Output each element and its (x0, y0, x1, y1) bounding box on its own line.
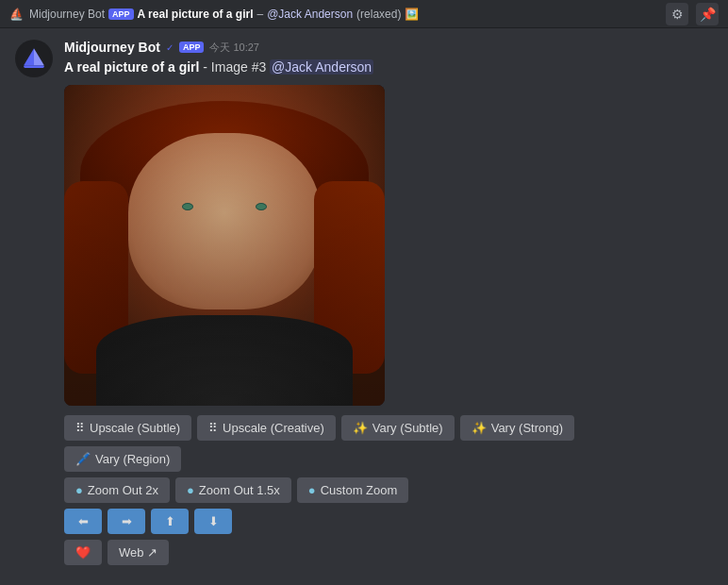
arrow-down-button[interactable]: ⬇ (194, 509, 232, 534)
message-title: A real picture of a girl - Image #3 @Jac… (64, 58, 713, 77)
title-user: @Jack Anderson (267, 8, 353, 21)
zoom-out-2x-icon: ● (75, 483, 83, 497)
upscale-subtle-label: Upscale (Subtle) (90, 421, 180, 435)
arrow-right-icon: ➡ (122, 514, 132, 528)
arrow-up-icon: ⬆ (165, 514, 175, 528)
midjourney-icon: ⛵ (9, 8, 24, 21)
title-bold: A real picture of a girl (64, 59, 199, 75)
title-mode: (relaxed) (356, 8, 401, 21)
timestamp: 今天 10:27 (209, 41, 259, 55)
arrow-left-icon: ⬅ (78, 514, 89, 528)
web-label: Web ↗ (119, 545, 157, 560)
arrow-right-button[interactable]: ➡ (108, 509, 145, 534)
topbar-actions: ⚙ 📌 (666, 3, 719, 25)
zoom-out-15x-icon: ● (187, 483, 194, 497)
title-bar-text: Midjourney Bot APP A real picture of a g… (29, 8, 419, 21)
check-icon: ✓ (166, 42, 174, 53)
message-header: Midjourney Bot ✓ APP 今天 10:27 (64, 40, 713, 55)
pin-icon[interactable]: 📌 (696, 3, 719, 25)
zoom-out-15x-button[interactable]: ● Zoom Out 1.5x (175, 477, 291, 503)
button-row-1: ⠿ Upscale (Subtle) ⠿ Upscale (Creative) … (64, 415, 713, 441)
upscale-subtle-button[interactable]: ⠿ Upscale (Subtle) (64, 415, 191, 441)
settings-icon[interactable]: ⚙ (666, 3, 688, 25)
bot-name: Midjourney Bot (64, 40, 160, 55)
upscale-creative-icon: ⠿ (208, 421, 218, 435)
vary-strong-button[interactable]: ✨ Vary (Strong) (460, 415, 574, 441)
vary-strong-icon: ✨ (472, 421, 487, 435)
vary-strong-label: Vary (Strong) (491, 421, 563, 435)
svg-rect-3 (24, 65, 44, 68)
mention: @Jack Anderson (270, 59, 373, 75)
avatar (15, 40, 53, 77)
bot-name-topbar: Midjourney Bot (29, 8, 105, 21)
app-badge-topbar: APP (108, 8, 134, 20)
button-row-2: 🖊️ Vary (Region) (64, 446, 713, 472)
upscale-creative-label: Upscale (Creative) (223, 421, 324, 435)
zoom-out-2x-label: Zoom Out 2x (88, 483, 158, 497)
heart-button[interactable]: ❤️ (64, 540, 102, 565)
title-prompt: A real picture of a girl (138, 8, 254, 21)
custom-zoom-button[interactable]: ● Custom Zoom (297, 477, 409, 503)
message-container: Midjourney Bot ✓ APP 今天 10:27 A real pic… (0, 28, 728, 577)
arrow-up-button[interactable]: ⬆ (151, 509, 189, 534)
vary-subtle-icon: ✨ (353, 421, 368, 435)
image-overlay (64, 85, 385, 406)
zoom-out-15x-label: Zoom Out 1.5x (199, 483, 280, 497)
vary-region-label: Vary (Region) (95, 452, 170, 466)
custom-zoom-label: Custom Zoom (321, 483, 398, 497)
vary-region-icon: 🖊️ (75, 452, 91, 466)
heart-icon: ❤️ (75, 545, 91, 560)
web-button[interactable]: Web ↗ (108, 540, 169, 565)
title-sep: – (256, 8, 263, 21)
portrait-bg (64, 85, 385, 406)
upscale-subtle-icon: ⠿ (75, 421, 85, 435)
vary-region-button[interactable]: 🖊️ Vary (Region) (64, 446, 181, 472)
arrow-down-icon: ⬇ (208, 514, 219, 528)
button-row-5: ❤️ Web ↗ (64, 540, 713, 565)
arrow-left-button[interactable]: ⬅ (64, 509, 102, 534)
app-badge: APP (179, 42, 205, 53)
button-row-3: ● Zoom Out 2x ● Zoom Out 1.5x ● Custom Z… (64, 477, 713, 503)
message-content: Midjourney Bot ✓ APP 今天 10:27 A real pic… (64, 40, 713, 565)
custom-zoom-icon: ● (308, 483, 316, 497)
buttons-section: ⠿ Upscale (Subtle) ⠿ Upscale (Creative) … (64, 415, 713, 565)
title-rest: - Image #3 (199, 59, 270, 75)
image-icon: 🖼️ (405, 8, 419, 21)
vary-subtle-label: Vary (Subtle) (372, 421, 443, 435)
button-row-arrows: ⬅ ➡ ⬆ ⬇ (64, 509, 713, 534)
upscale-creative-button[interactable]: ⠿ Upscale (Creative) (197, 415, 336, 441)
title-bar: ⛵ Midjourney Bot APP A real picture of a… (0, 0, 728, 28)
generated-image (64, 85, 385, 406)
zoom-out-2x-button[interactable]: ● Zoom Out 2x (64, 477, 170, 503)
vary-subtle-button[interactable]: ✨ Vary (Subtle) (341, 415, 455, 441)
